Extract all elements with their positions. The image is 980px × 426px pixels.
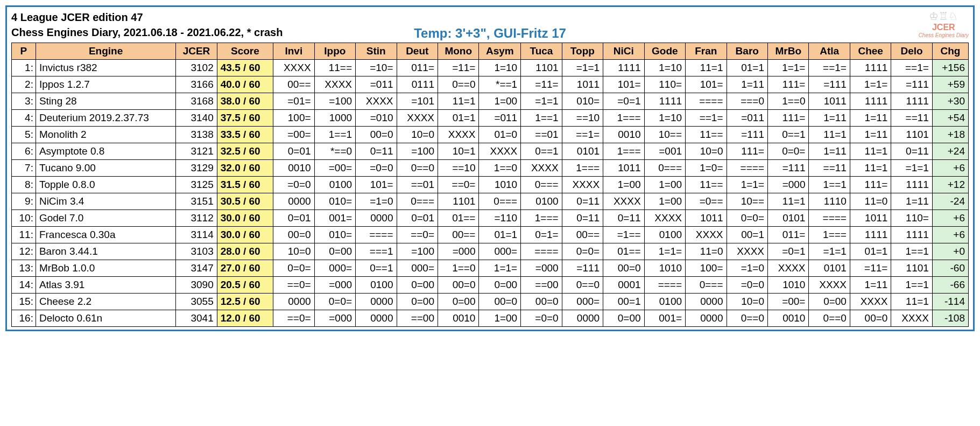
result-cell: 1==1 bbox=[891, 277, 932, 294]
result-cell: =1=0 bbox=[727, 260, 767, 277]
table-row: 1:Invictus r382310243.5 / 60XXXX11===10=… bbox=[12, 60, 969, 76]
title-line-1: 4 League JCER edition 47 bbox=[11, 10, 283, 25]
table-row: 11:Francesca 0.30a311430.0 / 6000=0010==… bbox=[12, 227, 969, 243]
result-cell: =010 bbox=[356, 110, 397, 127]
result-cell: 1=1= bbox=[767, 60, 808, 76]
result-cell: XXXX bbox=[356, 93, 397, 110]
jcer-rating: 3151 bbox=[176, 193, 217, 210]
result-cell: 00=0 bbox=[479, 294, 521, 310]
result-cell: 0100 bbox=[521, 193, 562, 210]
score: 43.5 / 60 bbox=[217, 60, 273, 76]
result-cell: 1101 bbox=[438, 193, 478, 210]
result-cell: 0==0 bbox=[809, 310, 850, 327]
result-cell: 110= bbox=[644, 76, 685, 93]
result-cell: ==01 bbox=[397, 177, 438, 193]
rating-change: -114 bbox=[932, 294, 968, 310]
result-cell: 10=0 bbox=[397, 127, 438, 143]
result-cell: =11= bbox=[438, 60, 478, 76]
score: 20.5 / 60 bbox=[217, 277, 273, 294]
result-cell: =000 bbox=[314, 277, 355, 294]
result-cell: 01=1 bbox=[727, 60, 767, 76]
result-cell: 00== bbox=[562, 227, 603, 243]
result-cell: ==1= bbox=[891, 60, 932, 76]
result-cell: 1=== bbox=[603, 143, 644, 160]
result-cell: 1=11 bbox=[809, 143, 850, 160]
col-deut: Deut bbox=[397, 43, 438, 60]
result-cell: =111 bbox=[727, 127, 767, 143]
result-cell: 0==0 bbox=[727, 310, 767, 327]
result-cell: 10=0 bbox=[686, 143, 727, 160]
result-cell: XXXX bbox=[521, 160, 562, 177]
result-cell: 00=0 bbox=[356, 127, 397, 143]
result-cell: 0=00 bbox=[438, 294, 478, 310]
result-cell: 111= bbox=[850, 177, 891, 193]
result-cell: 1=10 bbox=[644, 110, 685, 127]
result-cell: 1==1 bbox=[314, 127, 355, 143]
result-cell: 0==1 bbox=[521, 143, 562, 160]
result-cell: 11=1 bbox=[438, 93, 478, 110]
result-cell: =000 bbox=[521, 260, 562, 277]
rating-change: +30 bbox=[932, 93, 968, 110]
rating-change: +6 bbox=[932, 210, 968, 227]
col-nici: NiCi bbox=[603, 43, 644, 60]
result-cell: ==10 bbox=[562, 110, 603, 127]
result-cell: 0=== bbox=[686, 277, 727, 294]
result-cell: 11=1 bbox=[686, 60, 727, 76]
result-cell: XXXX bbox=[273, 60, 314, 76]
result-cell: 011= bbox=[767, 227, 808, 243]
result-cell: 01=1 bbox=[850, 243, 891, 260]
result-cell: 0010 bbox=[603, 127, 644, 143]
result-cell: 10== bbox=[644, 127, 685, 143]
position: 7: bbox=[12, 160, 36, 177]
result-cell: 11=1 bbox=[850, 160, 891, 177]
result-cell: ==00 bbox=[521, 277, 562, 294]
col-delo: Delo bbox=[891, 43, 932, 60]
result-cell: ==== bbox=[644, 277, 685, 294]
result-cell: =011 bbox=[479, 110, 521, 127]
position: 13: bbox=[12, 260, 36, 277]
result-cell: 0010 bbox=[767, 310, 808, 327]
result-cell: 0=11 bbox=[356, 143, 397, 160]
table-row: 9:NiCim 3.4315130.5 / 600000010==1=00===… bbox=[12, 193, 969, 210]
result-cell: =1=1 bbox=[809, 243, 850, 260]
rating-change: +0 bbox=[932, 243, 968, 260]
position: 12: bbox=[12, 243, 36, 260]
rating-change: +59 bbox=[932, 76, 968, 93]
score: 33.5 / 60 bbox=[217, 127, 273, 143]
result-cell: XXXX bbox=[727, 243, 767, 260]
result-cell: =1=1 bbox=[562, 60, 603, 76]
result-cell: 0=11 bbox=[562, 193, 603, 210]
jcer-rating: 3103 bbox=[176, 243, 217, 260]
table-row: 15:Cheese 2.2305512.5 / 6000000=0=00000=… bbox=[12, 294, 969, 310]
result-cell: 11=0 bbox=[686, 243, 727, 260]
result-cell: 11=1 bbox=[809, 127, 850, 143]
result-cell: *==0 bbox=[314, 143, 355, 160]
table-row: 4:Deuterium 2019.2.37.73314037.5 / 60100… bbox=[12, 110, 969, 127]
header-left: 4 League JCER edition 47 Chess Engines D… bbox=[11, 10, 283, 40]
title-line-2: Chess Engines Diary, 2021.06.18 - 2021.0… bbox=[11, 25, 283, 40]
position: 16: bbox=[12, 310, 36, 327]
result-cell: ==01 bbox=[521, 127, 562, 143]
col-baro: Baro bbox=[727, 43, 767, 60]
result-cell: 0001 bbox=[603, 277, 644, 294]
result-cell: XXXX bbox=[397, 110, 438, 127]
result-cell: 111= bbox=[767, 110, 808, 127]
result-cell: 0010 bbox=[273, 160, 314, 177]
position: 15: bbox=[12, 294, 36, 310]
jcer-rating: 3112 bbox=[176, 210, 217, 227]
table-row: 6:Asymptote 0.8312132.5 / 600=01*==00=11… bbox=[12, 143, 969, 160]
result-cell: ==== bbox=[686, 93, 727, 110]
score: 40.0 / 60 bbox=[217, 76, 273, 93]
result-cell: 00=0 bbox=[603, 260, 644, 277]
result-cell: 0==1 bbox=[356, 260, 397, 277]
result-cell: 001= bbox=[644, 310, 685, 327]
result-cell: XXXX bbox=[891, 310, 932, 327]
result-cell: 1111 bbox=[850, 93, 891, 110]
result-cell: =0=0 bbox=[356, 160, 397, 177]
result-cell: ==0= bbox=[273, 277, 314, 294]
jcer-rating: 3125 bbox=[176, 177, 217, 193]
result-cell: 0=0= bbox=[767, 143, 808, 160]
score: 38.0 / 60 bbox=[217, 93, 273, 110]
engine-name: Invictus r382 bbox=[36, 60, 175, 76]
result-cell: =011 bbox=[356, 76, 397, 93]
